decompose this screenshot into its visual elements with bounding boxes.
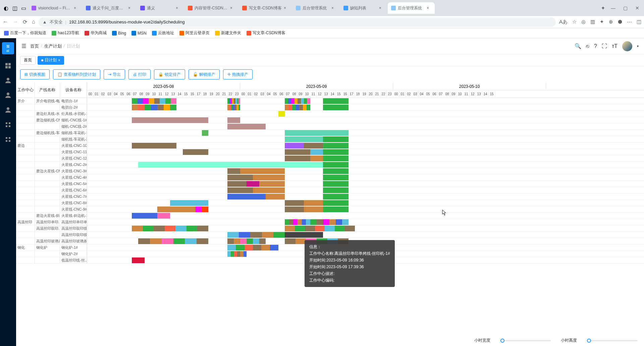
gantt-bar[interactable] [323,194,348,199]
bookmark-item[interactable]: Bing [112,30,126,36]
gantt-bar[interactable] [227,98,240,104]
gantt-bar[interactable] [227,181,247,187]
gantt-bar[interactable] [132,213,157,219]
gantt-bar[interactable] [304,207,323,212]
bookmark-item[interactable]: 华为商城 [85,30,107,36]
gantt-bar[interactable] [285,219,310,225]
gantt-bar[interactable] [285,200,304,206]
gantt-bar[interactable] [310,149,323,155]
gantt-bar[interactable] [202,207,208,212]
close-window-icon[interactable]: ✕ [633,5,642,11]
gantt-bar[interactable] [285,162,323,168]
gantt-bar[interactable] [157,207,196,212]
gantt-bar[interactable] [323,181,348,187]
gantt-bar[interactable] [323,175,348,180]
gantt-bar[interactable] [227,175,253,180]
gantt-bar[interactable] [132,105,176,110]
close-tab-icon[interactable]: × [128,6,133,10]
gantt-bar[interactable] [323,200,348,206]
close-tab-icon[interactable]: × [74,6,78,10]
collections-icon[interactable]: ▥ [590,19,595,25]
extension1-icon[interactable]: ◎ [581,19,586,25]
close-tab-icon[interactable]: × [331,6,336,10]
switch-view-button[interactable]: ⊞ 切换视图 [20,69,50,79]
font-size-icon[interactable]: тT [612,43,618,49]
browser-tab[interactable]: 通义千问_百度搜索× [83,2,136,14]
new-tab-button[interactable]: + [598,5,608,11]
breadcrumb-home[interactable]: 首页 [30,43,39,49]
browser-tab[interactable]: visioncloud – Figma× [28,2,82,14]
export-button[interactable]: ⇥ 导出 [104,69,125,79]
close-tab-icon[interactable]: × [379,6,384,10]
hour-width-slider[interactable] [500,340,551,341]
app-logo[interactable]: 聚at [2,42,14,54]
gantt-bar[interactable] [227,194,266,199]
gantt-bar[interactable] [227,232,285,238]
gantt-bar[interactable] [247,181,259,187]
gantt-bar[interactable] [138,162,227,168]
url-input[interactable]: ▲ 不安全 | 192.168.80.15:8999/business-modu… [39,17,556,27]
bookmark-item[interactable]: 阿里云登录页 [179,30,210,36]
back-icon[interactable]: ← [3,19,8,25]
split-icon[interactable]: ◫ [637,19,641,25]
gantt-bar[interactable] [227,124,266,129]
gantt-bar[interactable] [323,143,348,149]
gantt-bar[interactable] [227,187,253,193]
user-dropdown-icon[interactable]: ▾ [637,44,639,48]
gantt-bar[interactable] [285,149,310,155]
nav-user2-icon[interactable] [5,92,11,99]
gantt-bar[interactable] [323,187,348,193]
bookmark-item[interactable]: 云效地址 [152,30,174,36]
gantt-bar[interactable] [240,168,285,174]
gantt-bar[interactable] [285,232,323,238]
close-tab-icon[interactable]: × [427,6,431,10]
page-tab-daily[interactable]: 日计划× [38,56,64,65]
gantt-bar[interactable] [157,213,170,219]
gantt-container[interactable]: 工作中心 开介磨边高温丝印钢化 产线名称 开介电切线-电...磨边灶具线-水..… [16,82,644,346]
nav-apps2-icon[interactable] [5,136,11,143]
fullscreen-icon[interactable]: ⛶ [602,43,607,49]
gantt-bar[interactable] [253,175,285,180]
maximize-icon[interactable]: ▢ [621,5,630,11]
gantt-bar[interactable] [285,105,310,110]
favorites-bar-icon[interactable]: ✦ [600,19,604,25]
gantt-bar[interactable] [310,219,348,225]
close-tab-icon[interactable]: × [230,6,235,10]
gantt-bar[interactable] [323,156,348,161]
avatar[interactable] [622,41,632,51]
close-tab-icon[interactable]: × [58,58,60,63]
gantt-bar[interactable] [266,194,285,199]
nav-apps1-icon[interactable] [5,121,11,128]
drag-button[interactable]: ✛ 拖拽排产 [223,69,253,79]
close-tab-icon[interactable]: × [284,6,288,10]
collapse-sidebar-icon[interactable]: ☰ [21,43,26,49]
gantt-bar[interactable] [285,98,310,104]
gantt-bar[interactable] [227,105,240,110]
gantt-bar[interactable] [323,168,348,174]
forward-icon[interactable]: → [13,19,18,25]
gantt-bar[interactable] [227,245,278,250]
browser-tab[interactable]: 内容管理-CSDN创作中心× [184,2,238,14]
gantt-bar[interactable] [227,251,247,257]
browser-tab[interactable]: 缺陷列表× [340,2,387,14]
extension3-icon[interactable]: ⬢ [618,19,622,25]
nav-user1-icon[interactable] [5,77,11,84]
gantt-bar[interactable] [323,207,348,212]
reload-icon[interactable]: ⟳ [23,19,27,25]
gantt-bar[interactable] [132,117,208,123]
gantt-bar[interactable] [132,143,176,149]
gantt-bar[interactable] [304,200,323,206]
gantt-bar[interactable] [183,149,208,155]
gantt-bar[interactable] [170,200,208,206]
browser-tab[interactable]: 写文章-CSDN博客× [239,2,292,14]
gantt-bar[interactable] [285,130,348,136]
gantt-bar[interactable] [227,117,240,123]
bookmark-item[interactable]: 新建文件夹 [215,30,241,36]
gantt-bar[interactable] [132,257,145,263]
gantt-bar[interactable] [259,181,285,187]
view-material-button[interactable]: 📋 查看物料到货计划 [53,69,100,79]
gantt-bar[interactable] [285,207,304,212]
hour-height-slider[interactable] [587,340,637,341]
bookmark-item[interactable]: 百度一下，你就知道 [4,30,46,36]
unlock-button[interactable]: 🔓 解锁排产 [189,69,220,79]
